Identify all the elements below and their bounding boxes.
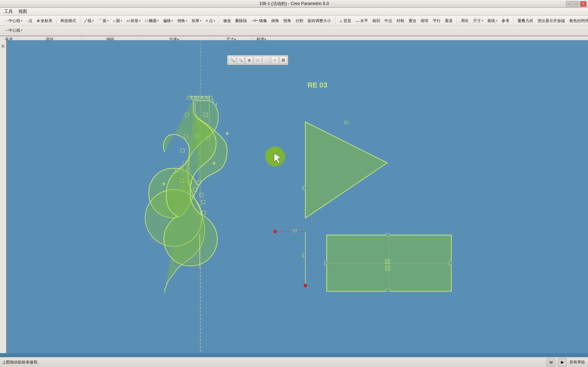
svg-rect-9	[187, 96, 191, 99]
horizontal-constraint-button[interactable]: — 水平	[354, 17, 370, 24]
triangle-shape	[305, 122, 387, 218]
svg-rect-10	[192, 96, 196, 99]
perpendicular-button[interactable]: 垂直	[443, 17, 455, 24]
horiz-icon: —	[356, 19, 359, 23]
coincident-button[interactable]: 重合	[407, 17, 418, 24]
point-icon: ·	[27, 19, 28, 23]
rect-icon: ▭	[126, 18, 130, 23]
point-button[interactable]: · 点	[25, 17, 34, 24]
toolbar-row2-group: ╌ 中心线 ▾	[1, 26, 26, 34]
circle-button[interactable]: ○圆▾	[111, 17, 124, 24]
svg-rect-19	[181, 149, 184, 152]
parallel-button[interactable]: 平行	[431, 17, 442, 24]
mirror-icon: ⊣⊢	[251, 18, 258, 23]
svg-text:=: =	[293, 229, 295, 232]
toolbar-group-edit: 修改 删除段 ⊣⊢镜像 倒角 拐角 分割 旋转调整大小	[219, 17, 335, 25]
tangent-button[interactable]: 相切	[371, 17, 382, 24]
toolbar-row2: ╌ 中心线 ▾	[0, 26, 588, 35]
ellipse-button[interactable]: ⬭椭圆▾	[143, 17, 161, 24]
status-bar: 上图拖动鼠标来修剪。 M ▶ 所有草绘	[0, 357, 588, 367]
status-icon-2[interactable]: ▶	[558, 358, 567, 366]
divide-button[interactable]: 分割	[294, 17, 305, 24]
menu-bar: 工具 视图	[0, 8, 588, 16]
left-sidebar: 收	[0, 40, 6, 353]
chamfer-button[interactable]: 倒角▾	[175, 17, 189, 24]
svg-text:=: =	[386, 233, 387, 236]
window-title: 106-1 (活动的) - Creo Parametric 6.0	[259, 1, 329, 7]
centerline-icon: ╌	[5, 18, 8, 23]
centerline2-button[interactable]: ╌ 中心线 ▾	[4, 27, 24, 34]
rect-button[interactable]: ▭矩形▾	[125, 17, 142, 24]
modify-button[interactable]: 修改	[221, 17, 233, 24]
crosshair-2: +	[212, 160, 216, 167]
toolbar-area: ╌ 中心线 ▾ · 点 ⊕ 坐标系 构造模式 ╱线▾	[0, 16, 588, 36]
baseline-button[interactable]: 基线▾	[485, 17, 499, 24]
toolbar-group-inspect: 重叠几何 突出显示开放端 着色封闭环	[514, 17, 588, 25]
svg-text:‖: ‖	[303, 254, 304, 257]
centerline2-icon: ╌	[5, 28, 8, 33]
status-message: 上图拖动鼠标来修剪。	[2, 360, 41, 365]
ellipse-icon: ⬭	[145, 18, 148, 23]
line-button[interactable]: ╱线▾	[83, 17, 95, 24]
coord-icon: ⊕	[37, 18, 40, 23]
crosshair-1: +	[225, 130, 229, 137]
maximize-button[interactable]: □	[573, 1, 579, 7]
points2-button[interactable]: × 点▾	[204, 17, 217, 24]
centerline-button[interactable]: ╌ 中心线 ▾	[4, 17, 24, 24]
corner-button[interactable]: 拐角	[282, 17, 293, 24]
close-button[interactable]: ✕	[580, 1, 587, 7]
fillet-button[interactable]: 倒角	[269, 17, 281, 24]
canvas-area[interactable]: 🔍 🔍 ⊞ □ ⬜ ○ ⊞	[6, 40, 588, 353]
svg-text:‖: ‖	[449, 262, 451, 265]
mirror-button[interactable]: ⊣⊢镜像	[250, 17, 269, 24]
offset-button[interactable]: 偏移▾	[161, 17, 175, 24]
vertical-constraint-button[interactable]: ⊥ 竖直	[337, 17, 353, 24]
svg-rect-12	[203, 96, 207, 99]
re03-label: RE 03	[308, 81, 327, 89]
sketch-canvas: + + + ‖ = ‖ = ‖	[6, 40, 588, 353]
highlight-open-button[interactable]: 突出显示开放端	[536, 17, 567, 24]
svg-rect-28	[201, 200, 205, 204]
toolbar-group-sketch: ╱线▾ ⌒弧▾ ○圆▾ ▭矩形▾ ⬭椭圆▾ 偏移▾ 倒角▾ 加厚▾	[80, 17, 219, 25]
title-bar: 106-1 (活动的) - Creo Parametric 6.0 — □ ✕	[0, 0, 588, 8]
overlap-button[interactable]: 重叠几何	[516, 17, 535, 24]
status-right: M ▶ 所有草绘	[547, 358, 585, 366]
line-icon: ╱	[84, 18, 87, 23]
svg-rect-11	[197, 96, 201, 99]
toolbar-group-mode: 构造模式	[57, 17, 80, 25]
toolbar-group-jichun: ╌ 中心线 ▾ · 点 ⊕ 坐标系	[1, 17, 57, 25]
menu-tools[interactable]: 工具	[1, 8, 16, 15]
dim-button[interactable]: 尺寸▾	[471, 17, 485, 24]
svg-text:‖: ‖	[303, 187, 304, 190]
minimize-button[interactable]: —	[566, 1, 572, 7]
color-closed-button[interactable]: 着色封闭环	[567, 17, 588, 24]
svg-text:=: =	[345, 121, 346, 124]
toolbar-group-dim: 周长 尺寸▾ 基线▾ 参考	[457, 17, 514, 25]
svg-rect-29	[202, 211, 206, 214]
delete-seg-button[interactable]: 删除段	[233, 17, 249, 24]
rotate-resize-button[interactable]: 旋转调整大小	[306, 17, 333, 24]
circle-icon: ○	[113, 19, 115, 23]
coord-sys-button[interactable]: ⊕ 坐标系	[35, 17, 54, 24]
window-controls: — □ ✕	[566, 1, 587, 7]
vertical-icon: ⊥	[339, 18, 343, 23]
red-dot-2	[304, 284, 307, 287]
menu-view[interactable]: 视图	[16, 8, 30, 15]
midpoint-button[interactable]: 中点	[383, 17, 394, 24]
symmetric-button[interactable]: 对称	[395, 17, 406, 24]
status-icon-1[interactable]: M	[547, 358, 555, 366]
arc-icon: ⌒	[98, 18, 102, 23]
svg-rect-13	[208, 96, 212, 99]
crosshair-3: +	[162, 180, 166, 187]
thicken-button[interactable]: 加厚▾	[190, 17, 203, 24]
perimeter-button[interactable]: 周长	[459, 17, 471, 24]
toolbar-row1: ╌ 中心线 ▾ · 点 ⊕ 坐标系 构造模式 ╱线▾	[0, 16, 588, 26]
reference-button[interactable]: 参考	[500, 17, 511, 24]
toolbar-group-constraint: ⊥ 竖直 — 水平 相切 中点 对称 重合 相等 平行	[335, 17, 457, 25]
svg-text:=: =	[386, 289, 387, 292]
construct-mode-button[interactable]: 构造模式	[59, 17, 78, 24]
status-all-sketch: 所有草绘	[569, 360, 585, 365]
equal-button[interactable]: 相等	[419, 17, 430, 24]
svg-text:‖: ‖	[325, 262, 326, 265]
arc-button[interactable]: ⌒弧▾	[96, 17, 110, 24]
